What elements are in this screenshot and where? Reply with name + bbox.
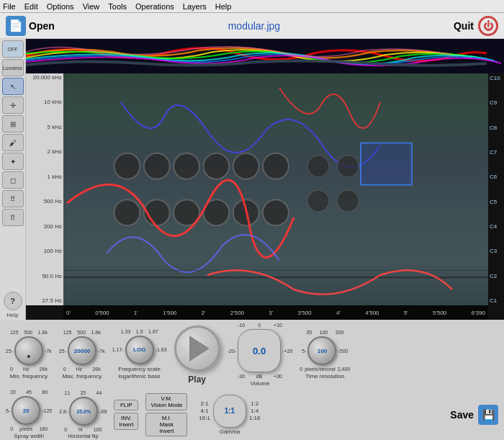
tool-dots[interactable]: ⠿ bbox=[2, 190, 24, 207]
menu-tools[interactable]: Tools bbox=[108, 2, 127, 11]
ratio-1-16[interactable]: 1:16 bbox=[249, 415, 261, 421]
spray-width-knob[interactable]: 20 bbox=[12, 396, 40, 425]
time-res-group: 35 100 200 5- 100 -500 0 pixels/second 2… bbox=[300, 330, 350, 380]
help-label: Help bbox=[6, 312, 18, 318]
file-title: modular.jpg bbox=[228, 20, 280, 32]
mask-invert-button[interactable]: M.I. Mask Invert bbox=[145, 413, 187, 436]
min-freq-bot-1: Hz bbox=[23, 367, 30, 372]
inv-button[interactable]: INV. Invert bbox=[114, 413, 138, 430]
gamma-ratios-left: 2:1 4:1 16:1 bbox=[199, 400, 210, 421]
tool-grid[interactable]: ⊞ bbox=[2, 115, 24, 133]
play-button[interactable] bbox=[174, 325, 220, 372]
ratio-4-1[interactable]: 4:1 bbox=[201, 408, 209, 414]
min-freq-label: Min. frequency bbox=[10, 373, 48, 380]
freq-label-7: 100 Hz bbox=[27, 248, 62, 254]
time-1: 0'500 bbox=[95, 310, 109, 316]
menu-operations[interactable]: Operations bbox=[135, 2, 174, 11]
max-freq-group: 125 500 1.8k 25- 20000 -7k 0 Hz 26k Max.… bbox=[59, 330, 105, 380]
vm-mi-group: V.M. Vision Mode M.I. Mask Invert bbox=[145, 393, 187, 436]
menu-file[interactable]: File bbox=[3, 2, 16, 11]
menu-help[interactable]: Help bbox=[215, 2, 232, 11]
save-icon: 💾 bbox=[478, 405, 498, 425]
ti-value: 25.0% bbox=[76, 409, 91, 414]
vision-mode-button[interactable]: V.M. Vision Mode bbox=[145, 393, 187, 410]
vol-mid-r: -+20 bbox=[282, 349, 292, 354]
scale-top-1: 1.5 bbox=[136, 329, 143, 334]
frequency-labels: 20.000 kHz 10 kHz 5 kHz 2 kHz 1 kHz 500 … bbox=[26, 73, 63, 305]
play-triangle-icon bbox=[189, 336, 210, 362]
tool-intensity-knob[interactable]: 25.0% bbox=[69, 397, 98, 426]
open-icon: 📄 bbox=[6, 16, 26, 36]
max-freq-top-2: 1.8k bbox=[91, 330, 101, 335]
save-button[interactable]: Save 💾 bbox=[450, 405, 498, 425]
tool-lossless[interactable]: Lossless bbox=[2, 59, 24, 76]
tr-top-0: 35 bbox=[306, 330, 312, 335]
min-freq-knob[interactable] bbox=[14, 336, 43, 365]
left-toolbar: OFF Lossless ↖ ✛ ⊞ 🖌 ✦ ◻ ⠿ ⠿ ? Help bbox=[0, 39, 26, 320]
max-freq-value: 20000 bbox=[74, 348, 90, 354]
quit-button[interactable]: Quit ⏻ bbox=[454, 16, 498, 36]
vol-bot-2: +30 bbox=[274, 374, 282, 379]
freq-label-1: 10 kHz bbox=[27, 99, 62, 105]
time-7: 3'500 bbox=[297, 310, 311, 316]
svg-point-4 bbox=[144, 153, 170, 179]
tool-brush[interactable]: 🖌 bbox=[2, 134, 24, 151]
spray-width-group: 20 45 80 5- 20 -125 0 pixels 180 Spray w… bbox=[6, 390, 52, 439]
note-c7: C7 bbox=[490, 149, 503, 156]
time-res-knob[interactable]: 100 bbox=[307, 336, 336, 365]
svg-point-19 bbox=[307, 190, 329, 212]
scale-mid-l: 1.17- bbox=[112, 347, 124, 352]
svg-point-18 bbox=[337, 156, 359, 177]
tool-off[interactable]: OFF bbox=[2, 40, 24, 58]
tool-star[interactable]: ✦ bbox=[2, 153, 24, 170]
help-button[interactable]: ? bbox=[4, 292, 22, 310]
svg-point-5 bbox=[174, 153, 199, 179]
note-c9: C9 bbox=[490, 99, 503, 106]
flip-button[interactable]: FLIP bbox=[114, 400, 138, 410]
note-labels: C10 C9 C8 C7 C6 C5 C4 C3 C2 C1 bbox=[488, 73, 504, 305]
menubar: File Edit Options View Tools Operations … bbox=[0, 0, 504, 13]
menu-layers[interactable]: Layers bbox=[183, 2, 207, 11]
ratio-2-1[interactable]: 2:1 bbox=[201, 400, 209, 407]
tool-cursor[interactable]: ↖ bbox=[2, 78, 24, 95]
waveform-display bbox=[26, 39, 504, 73]
menu-edit[interactable]: Edit bbox=[24, 2, 38, 11]
tr-top-2: 200 bbox=[336, 330, 344, 335]
volume-group: -10 0 +10 -20- 0.0 -+20 -30 dB +30 Volum… bbox=[228, 323, 293, 387]
sw-mid-l: 5- bbox=[6, 408, 10, 413]
sw-label: Spray width bbox=[14, 433, 44, 439]
max-freq-knob[interactable]: 20000 bbox=[68, 336, 96, 365]
max-freq-top-1: 500 bbox=[77, 330, 86, 335]
ratio-1-2[interactable]: 1:2 bbox=[251, 400, 258, 407]
spectrogram-image[interactable] bbox=[63, 73, 488, 305]
svg-point-7 bbox=[114, 199, 140, 225]
tr-label: Time resolution bbox=[305, 373, 344, 380]
gamma-display[interactable]: 1:1 bbox=[213, 395, 246, 428]
spectrogram-container[interactable]: 20.000 kHz 10 kHz 5 kHz 2 kHz 1 kHz 500 … bbox=[26, 39, 504, 320]
scale-label: Frequency scale logarithmic base bbox=[118, 366, 161, 381]
ratio-16-1[interactable]: 16:1 bbox=[199, 415, 210, 421]
freq-scale-knob[interactable]: LOG bbox=[125, 336, 154, 364]
tool-box[interactable]: ◻ bbox=[2, 171, 24, 189]
tr-bot-1: pixels/second bbox=[305, 367, 335, 372]
gamma-active: 1:1 bbox=[225, 407, 235, 415]
play-label: Play bbox=[188, 374, 206, 385]
min-freq-top-1: 500 bbox=[24, 330, 32, 335]
freq-label-4: 1 kHz bbox=[27, 174, 62, 180]
menu-options[interactable]: Options bbox=[47, 2, 74, 11]
ti-mid-r: -69 bbox=[99, 409, 107, 414]
tool-move[interactable]: ✛ bbox=[2, 96, 24, 114]
time-8: 4' bbox=[336, 310, 341, 316]
main-area: OFF Lossless ↖ ✛ ⊞ 🖌 ✦ ◻ ⠿ ⠿ ? Help bbox=[0, 39, 504, 320]
vol-mid-l: -20- bbox=[228, 349, 236, 354]
note-c3: C3 bbox=[490, 248, 503, 254]
gamma-label: Gamma bbox=[199, 428, 260, 435]
open-button[interactable]: 📄 Open bbox=[6, 16, 55, 36]
ratio-1-4[interactable]: 1:4 bbox=[251, 408, 258, 414]
tool-dots2[interactable]: ⠿ bbox=[2, 209, 24, 226]
freq-label-3: 2 kHz bbox=[27, 149, 62, 155]
note-c8: C8 bbox=[490, 125, 503, 131]
volume-knob[interactable]: 0.0 bbox=[238, 329, 281, 372]
note-c4: C4 bbox=[490, 223, 503, 230]
menu-view[interactable]: View bbox=[83, 2, 100, 11]
